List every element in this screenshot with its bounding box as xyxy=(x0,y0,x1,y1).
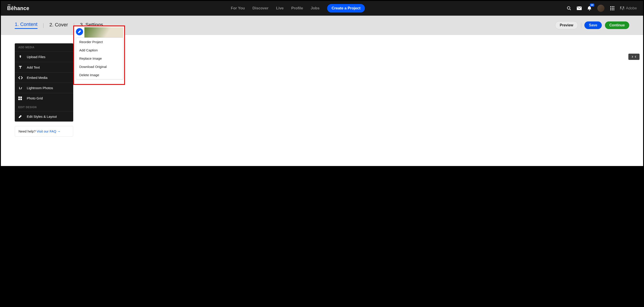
svg-rect-17 xyxy=(20,97,22,98)
svg-point-3 xyxy=(589,10,590,11)
help-prefix: Need help? xyxy=(18,129,36,133)
tab-cover[interactable]: 2. Cover xyxy=(49,22,68,29)
faq-link[interactable]: Visit our FAQ → xyxy=(36,129,60,133)
top-nav: Bēhance For You Discover Live Profile Jo… xyxy=(1,1,643,16)
edit-image-button[interactable] xyxy=(76,28,83,35)
save-button[interactable]: Save xyxy=(584,22,602,29)
action-separator xyxy=(581,23,581,28)
avatar[interactable] xyxy=(597,5,604,12)
adobe-link[interactable]: Adobe xyxy=(620,6,637,11)
svg-rect-12 xyxy=(614,10,614,10)
edit-design-header: EDIT DESIGN xyxy=(15,103,73,111)
continue-button[interactable]: Continue xyxy=(605,22,629,29)
add-media-header: ADD MEDIA xyxy=(15,43,73,51)
arrow-right-icon xyxy=(632,56,634,58)
grid-icon xyxy=(18,97,23,100)
sidebar-item-embed[interactable]: Embed Media xyxy=(15,72,73,83)
nav-right: 14 Adobe xyxy=(566,5,637,12)
tab-content[interactable]: 1. Content xyxy=(15,22,38,29)
sidebar-item-label: Lightroom Photos xyxy=(27,86,53,90)
app-window: Bēhance For You Discover Live Profile Jo… xyxy=(1,1,643,166)
svg-marker-15 xyxy=(622,8,623,10)
upload-icon xyxy=(18,55,23,59)
embed-icon xyxy=(18,76,23,79)
edit-image-popover: Reorder Project Add Caption Replace Imag… xyxy=(73,26,125,85)
notifications-icon[interactable]: 14 xyxy=(587,6,592,11)
adobe-icon xyxy=(620,7,624,10)
svg-rect-10 xyxy=(610,10,611,10)
nav-jobs[interactable]: Jobs xyxy=(310,6,320,11)
svg-rect-18 xyxy=(18,99,20,100)
svg-marker-13 xyxy=(620,7,622,10)
svg-rect-11 xyxy=(612,10,613,10)
pencil-icon xyxy=(18,115,23,118)
apps-grid-icon[interactable] xyxy=(610,6,615,11)
svg-rect-16 xyxy=(18,97,20,98)
sidebar-item-add-text[interactable]: Add Text xyxy=(15,62,73,72)
nav-center: For You Discover Live Profile Jobs Creat… xyxy=(231,4,365,13)
adobe-label: Adobe xyxy=(626,6,637,11)
sidebar-item-label: Embed Media xyxy=(27,76,48,80)
edit-image-menu: Reorder Project Add Caption Replace Imag… xyxy=(76,38,123,79)
behance-logo[interactable]: Bēhance xyxy=(7,5,29,12)
menu-download-original[interactable]: Download Original xyxy=(76,63,123,71)
help-box: Need help? Visit our FAQ → xyxy=(15,126,73,137)
nav-for-you[interactable]: For You xyxy=(231,6,245,11)
nav-live[interactable]: Live xyxy=(276,6,284,11)
step-separator: | xyxy=(43,22,44,28)
svg-rect-9 xyxy=(614,8,614,9)
menu-reorder-project[interactable]: Reorder Project xyxy=(76,38,123,46)
sidebar-item-label: Photo Grid xyxy=(27,96,43,100)
lightroom-icon: Lr xyxy=(18,86,23,90)
step-actions: Preview Save Continue xyxy=(555,21,629,29)
editor-sidebar: ADD MEDIA Upload Files Add Text Embed Me… xyxy=(15,43,73,137)
svg-rect-19 xyxy=(20,99,22,100)
collapse-handle[interactable] xyxy=(628,54,640,60)
search-icon[interactable] xyxy=(566,6,572,11)
sidebar-item-lightroom[interactable]: Lr Lightroom Photos xyxy=(15,83,73,93)
svg-rect-6 xyxy=(614,6,614,7)
menu-replace-image[interactable]: Replace Image xyxy=(76,54,123,63)
nav-discover[interactable]: Discover xyxy=(252,6,268,11)
preview-button[interactable]: Preview xyxy=(555,21,578,29)
text-icon xyxy=(18,65,23,69)
sidebar-item-photo-grid[interactable]: Photo Grid xyxy=(15,93,73,103)
sidebar-item-label: Edit Styles & Layout xyxy=(27,115,57,118)
mail-icon[interactable] xyxy=(577,6,582,11)
menu-delete-image[interactable]: Delete Image xyxy=(76,71,123,79)
sidebar-item-label: Add Text xyxy=(27,66,40,69)
svg-line-1 xyxy=(570,9,571,10)
sidebar-item-upload[interactable]: Upload Files xyxy=(15,51,73,62)
image-peek xyxy=(84,27,123,38)
sidebar-panel: ADD MEDIA Upload Files Add Text Embed Me… xyxy=(15,43,73,122)
svg-rect-5 xyxy=(612,6,613,7)
arrow-left-icon xyxy=(634,56,636,58)
svg-point-0 xyxy=(567,7,570,10)
notification-badge: 14 xyxy=(590,4,594,7)
pencil-icon xyxy=(78,30,81,33)
menu-add-caption[interactable]: Add Caption xyxy=(76,46,123,54)
sidebar-item-label: Upload Files xyxy=(27,55,45,59)
stepbar-wrap: 1. Content | 2. Cover | 3. Settings Prev… xyxy=(1,16,643,35)
nav-profile[interactable]: Profile xyxy=(291,6,303,11)
sidebar-item-edit-styles[interactable]: Edit Styles & Layout xyxy=(15,111,73,122)
svg-rect-7 xyxy=(610,8,611,9)
svg-rect-8 xyxy=(612,8,613,9)
create-project-button[interactable]: Create a Project xyxy=(327,4,365,13)
svg-rect-4 xyxy=(610,6,611,7)
